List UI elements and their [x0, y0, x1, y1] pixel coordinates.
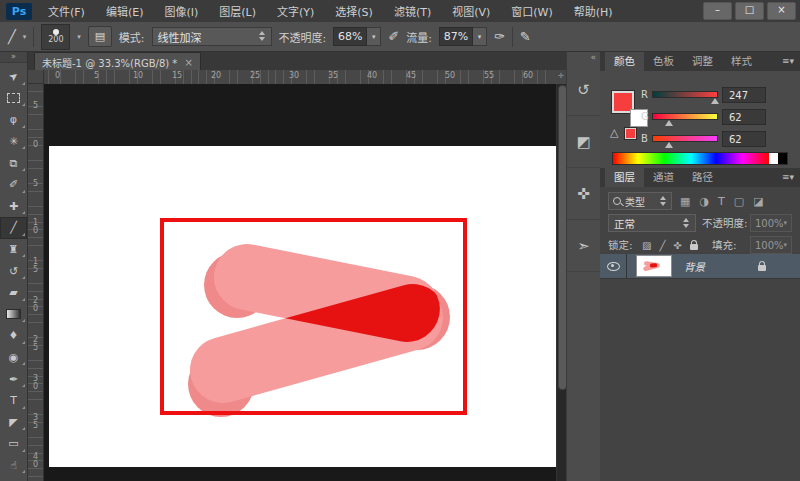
menu-edit[interactable]: 编辑(E)	[104, 1, 146, 21]
lasso-tool[interactable]: φ	[0, 109, 27, 131]
filter-adjustment-icon[interactable]: ◑	[699, 195, 709, 208]
tablet-pressure-icon[interactable]: ✎	[520, 30, 531, 43]
spectrum-white-swatch[interactable]	[769, 153, 778, 164]
lock-paint-icon[interactable]: ╱	[659, 240, 665, 251]
tablet-opacity-icon[interactable]: ✐	[388, 30, 399, 43]
type-tool[interactable]: T	[0, 390, 27, 412]
layers-tab-channels[interactable]: 通道	[644, 168, 683, 187]
filter-pixel-icon[interactable]: ▦	[680, 195, 690, 208]
canvas[interactable]	[49, 146, 556, 467]
brush-size-picker[interactable]: 200	[41, 24, 70, 50]
channel-slider[interactable]	[652, 113, 718, 120]
channel-slider[interactable]	[652, 135, 718, 142]
horizontal-ruler[interactable]: 051015202530354045505560	[44, 70, 556, 85]
color-spectrum-ramp[interactable]	[612, 152, 788, 165]
opacity-control[interactable]: 68% ▾	[333, 27, 381, 46]
vertical-ruler[interactable]: 50510152025303540	[28, 84, 44, 481]
layer-opacity-control[interactable]: 100% ▾	[750, 214, 792, 232]
flow-caret-icon[interactable]: ▾	[473, 27, 487, 46]
dock-expand-icon[interactable]: «	[567, 52, 600, 64]
slider-thumb-icon[interactable]	[665, 142, 673, 148]
layers-tab-layers[interactable]: 图层	[605, 168, 644, 187]
layer-fill-control[interactable]: 100% ▾	[750, 236, 792, 254]
tab-close-icon[interactable]: ×	[184, 57, 192, 68]
color-panel-menu-icon[interactable]: ≡▾	[782, 52, 794, 71]
layers-panel-menu-icon[interactable]: ≡▾	[782, 168, 794, 187]
lock-transparency-icon[interactable]: ▨	[642, 240, 651, 251]
layer-filter-dropdown[interactable]: 类型	[608, 192, 672, 210]
menu-filter[interactable]: 滤镜(T)	[392, 1, 433, 21]
menu-help[interactable]: 帮助(H)	[572, 1, 615, 21]
lock-move-icon[interactable]: ✜	[673, 240, 681, 251]
crop-tool-icon: ⧉	[10, 158, 18, 169]
tool-preset-caret-icon[interactable]: ▾	[23, 33, 27, 41]
menu-layer[interactable]: 图层(L)	[217, 1, 258, 21]
color-tab-swatches[interactable]: 色板	[644, 52, 683, 71]
layer-visibility-toggle[interactable]	[600, 254, 627, 278]
menu-file[interactable]: 文件(F)	[46, 1, 87, 21]
clone-stamp-tool[interactable]: ♜	[0, 239, 27, 261]
blend-mode-dropdown[interactable]: 线性加深	[152, 27, 272, 46]
toggle-brush-panel-button[interactable]: ▤	[88, 26, 112, 47]
path-selection-tool[interactable]: ◤	[0, 412, 27, 434]
maximize-button[interactable]: □	[735, 2, 764, 20]
channel-slider[interactable]	[652, 91, 718, 98]
dock-notes-panel[interactable]: ➣	[567, 220, 600, 272]
filter-type-icon[interactable]: T	[718, 195, 725, 208]
flow-value[interactable]: 87%	[439, 27, 473, 46]
rect-marquee-tool[interactable]	[0, 88, 27, 110]
hand-tool[interactable]: ☝	[0, 455, 27, 477]
crop-tool[interactable]: ⧉	[0, 152, 27, 174]
dock-history-panel[interactable]: ↺	[567, 64, 600, 116]
dock-properties-panel[interactable]: ◩	[567, 116, 600, 168]
channel-value[interactable]: 62	[722, 131, 766, 147]
gamut-warning-icon[interactable]: △	[610, 126, 618, 139]
filter-shape-icon[interactable]: ▢	[734, 195, 744, 208]
toolbox-collapse-icon[interactable]: »	[0, 52, 27, 63]
pen-tool[interactable]: ✒	[0, 368, 27, 390]
menu-window[interactable]: 窗口(W)	[509, 1, 554, 21]
color-tab-adjust[interactable]: 调整	[683, 52, 722, 71]
brush-picker-caret-icon[interactable]: ▾	[77, 33, 81, 41]
blur-tool[interactable]: ♦	[0, 325, 27, 347]
history-brush-tool[interactable]: ↺	[0, 260, 27, 282]
rectangle-tool[interactable]: ▭	[0, 433, 27, 455]
brush-tool[interactable]: ╱	[0, 217, 27, 239]
filter-smart-object-icon[interactable]: ◪	[753, 195, 763, 208]
menu-select[interactable]: 选择(S)	[333, 1, 375, 21]
lock-all-icon[interactable]	[690, 244, 698, 250]
vertical-scrollbar[interactable]	[556, 84, 566, 481]
opacity-caret-icon[interactable]: ▾	[367, 27, 381, 46]
magic-wand-tool[interactable]: ✳	[0, 131, 27, 153]
spectrum-gradient[interactable]	[613, 153, 769, 164]
layers-tab-paths[interactable]: 路径	[683, 168, 722, 187]
layer-row-background[interactable]: 背景	[600, 254, 800, 279]
minimize-button[interactable]: –	[703, 2, 732, 20]
layer-blend-mode-dropdown[interactable]: 正常	[608, 214, 696, 232]
healing-brush-tool[interactable]: ✚	[0, 196, 27, 218]
close-button[interactable]: ×	[767, 2, 796, 20]
menu-view[interactable]: 视图(V)	[450, 1, 492, 21]
channel-value[interactable]: 247	[722, 87, 766, 103]
slider-thumb-icon[interactable]	[711, 98, 719, 104]
move-tool[interactable]: ➤	[0, 66, 27, 88]
gradient-tool[interactable]	[0, 304, 27, 326]
menu-image[interactable]: 图像(I)	[162, 1, 200, 21]
color-tab-color[interactable]: 颜色	[605, 52, 644, 71]
eyedropper-tool[interactable]: ✐	[0, 174, 27, 196]
menu-type[interactable]: 文字(Y)	[275, 1, 316, 21]
document-tab[interactable]: 未标题-1 @ 33.3%(RGB/8) * ×	[34, 52, 201, 71]
slider-thumb-icon[interactable]	[665, 120, 673, 126]
eraser-tool[interactable]: ▰	[0, 282, 27, 304]
flow-control[interactable]: 87% ▾	[439, 27, 487, 46]
opacity-value[interactable]: 68%	[333, 27, 367, 46]
channel-value[interactable]: 62	[722, 109, 766, 125]
brush-tool-preset-icon[interactable]: ╱	[8, 30, 16, 43]
airbrush-toggle-icon[interactable]: ✑	[494, 30, 505, 43]
color-tab-styles[interactable]: 样式	[722, 52, 761, 71]
dock-3d-panel[interactable]: ✜	[567, 168, 600, 220]
spectrum-black-swatch[interactable]	[778, 153, 787, 164]
gamut-color-swatch[interactable]	[625, 128, 636, 139]
layer-thumbnail[interactable]	[636, 255, 672, 277]
dodge-tool[interactable]: ◉	[0, 347, 27, 369]
